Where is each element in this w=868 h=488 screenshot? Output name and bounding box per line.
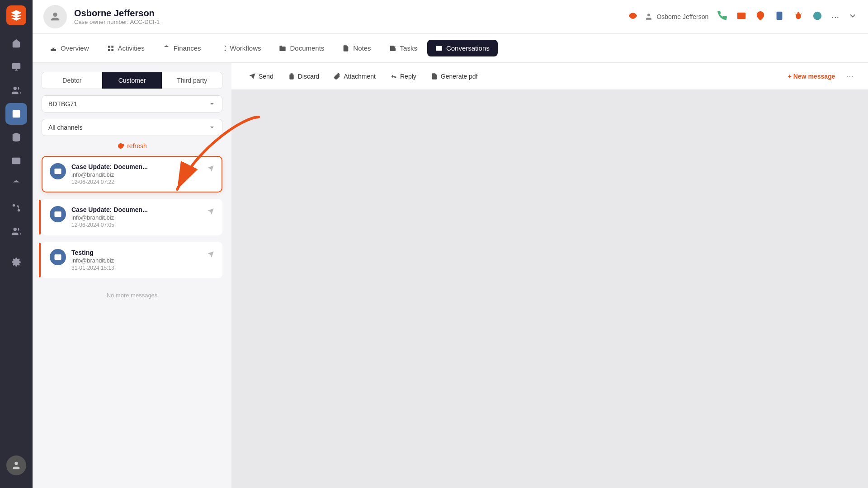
generate-pdf-button[interactable]: Generate pdf — [425, 69, 484, 84]
svg-rect-0 — [12, 63, 20, 69]
sidebar — [0, 0, 33, 488]
refresh-button[interactable]: refresh — [42, 142, 222, 150]
case-name: Osborne Jefferson — [74, 8, 618, 19]
svg-point-18 — [53, 13, 57, 17]
svg-point-13 — [13, 204, 15, 207]
message-title-1: Case Update: Documen... — [71, 163, 202, 170]
globe-icon[interactable] — [812, 11, 822, 23]
message-content-area — [231, 90, 868, 488]
message-from-3: info@brandit.biz — [71, 257, 202, 264]
svg-marker-11 — [13, 180, 20, 183]
message-title-3: Testing — [71, 249, 202, 256]
top-header: Osborne Jefferson Case owner number: ACC… — [33, 0, 868, 34]
svg-marker-36 — [164, 45, 169, 47]
svg-rect-30 — [108, 49, 110, 51]
svg-point-19 — [632, 15, 634, 17]
message-icon-3 — [50, 249, 66, 265]
message-item-3[interactable]: Testing info@brandit.biz 31-01-2024 15:1… — [42, 242, 222, 278]
sidebar-item-documents[interactable] — [5, 103, 27, 125]
svg-rect-22 — [777, 12, 783, 20]
header-actions: Osborne Jefferson ··· — [645, 11, 857, 23]
message-date-3: 31-01-2024 15:13 — [71, 265, 202, 271]
app-logo[interactable] — [6, 5, 26, 25]
message-send-icon-2[interactable] — [207, 208, 214, 217]
phone-icon[interactable] — [717, 11, 727, 23]
svg-rect-27 — [108, 46, 110, 48]
main-content: Osborne Jefferson Case owner number: ACC… — [33, 0, 868, 488]
tab-conversations[interactable]: Conversations — [427, 40, 498, 56]
bug-icon[interactable] — [793, 11, 803, 23]
message-send-icon-3[interactable] — [207, 251, 214, 260]
svg-marker-44 — [208, 251, 213, 257]
svg-line-37 — [220, 46, 225, 51]
sub-tab-third-party[interactable]: Third party — [162, 72, 222, 89]
no-more-messages: No more messages — [42, 285, 222, 306]
header-username: Osborne Jefferson — [645, 13, 708, 21]
message-icon-1 — [50, 163, 66, 179]
tab-notes[interactable]: Notes — [334, 40, 379, 56]
message-body-3: Testing info@brandit.biz 31-01-2024 15:1… — [71, 249, 202, 271]
svg-point-20 — [647, 14, 650, 16]
dropdown-account[interactable]: BDTBG71 — [42, 95, 222, 113]
sub-tab-customer[interactable]: Customer — [102, 72, 162, 89]
eye-icon[interactable] — [628, 11, 637, 22]
new-message-button[interactable]: + New message — [783, 69, 841, 84]
attachment-button[interactable]: Attachment — [327, 69, 382, 84]
sidebar-item-database[interactable] — [5, 127, 27, 148]
send-button[interactable]: Send — [242, 69, 280, 84]
tab-activities[interactable]: Activities — [99, 40, 153, 56]
discard-button[interactable]: Discard — [282, 69, 326, 84]
svg-point-12 — [18, 209, 20, 212]
message-from-2: info@brandit.biz — [71, 214, 202, 221]
sub-tab-debtor[interactable]: Debtor — [42, 72, 102, 89]
message-send-icon-1[interactable] — [207, 165, 214, 174]
case-number: Case owner number: ACC-DCI-1 — [74, 19, 618, 25]
sidebar-user-avatar[interactable] — [6, 448, 26, 483]
tab-workflows[interactable]: Workflows — [211, 40, 269, 56]
location-icon[interactable] — [755, 11, 765, 23]
tab-finances[interactable]: Finances — [155, 40, 209, 56]
sidebar-item-settings[interactable] — [5, 251, 27, 273]
svg-rect-28 — [111, 46, 113, 48]
dropdown-channels[interactable]: All channels — [42, 119, 222, 136]
svg-rect-29 — [111, 49, 113, 51]
right-panel: Send Discard Attachment Reply Generate p… — [231, 63, 868, 488]
message-from-1: info@brandit.biz — [71, 171, 202, 178]
case-info: Osborne Jefferson Case owner number: ACC… — [74, 8, 618, 25]
svg-rect-2 — [13, 110, 20, 118]
message-title-2: Case Update: Documen... — [71, 206, 202, 213]
message-toolbar: Send Discard Attachment Reply Generate p… — [231, 63, 868, 90]
sidebar-item-team[interactable] — [5, 221, 27, 242]
sidebar-item-contacts[interactable] — [5, 80, 27, 101]
email-icon[interactable] — [736, 11, 746, 23]
mobile-icon[interactable] — [774, 11, 784, 23]
message-item-1[interactable]: Case Update: Documen... info@brandit.biz… — [42, 156, 222, 192]
header-chevron-icon[interactable] — [848, 11, 857, 22]
sidebar-item-inbox[interactable] — [5, 56, 27, 78]
toolbar-more-icon[interactable]: ··· — [842, 67, 857, 85]
message-item-2[interactable]: Case Update: Documen... info@brandit.biz… — [42, 199, 222, 235]
left-panel: Debtor Customer Third party BDTBG71 All … — [33, 63, 231, 488]
svg-point-1 — [14, 87, 17, 90]
sidebar-item-home[interactable] — [5, 33, 27, 54]
svg-marker-46 — [249, 73, 255, 79]
case-avatar — [43, 5, 67, 28]
header-more-icon[interactable]: ··· — [831, 12, 839, 22]
tab-navigation: Overview Activities Finances Workflows D… — [33, 34, 868, 63]
sub-tabs: Debtor Customer Third party — [42, 72, 222, 89]
sidebar-item-git[interactable] — [5, 197, 27, 219]
sidebar-item-bank[interactable] — [5, 174, 27, 195]
content-wrapper: Debtor Customer Third party BDTBG71 All … — [33, 63, 868, 488]
tab-tasks[interactable]: Tasks — [381, 40, 425, 56]
svg-marker-40 — [208, 165, 213, 171]
svg-point-21 — [760, 14, 762, 16]
tab-overview[interactable]: Overview — [42, 40, 97, 56]
tab-documents[interactable]: Documents — [271, 40, 332, 56]
svg-point-17 — [14, 462, 18, 465]
svg-marker-42 — [208, 208, 213, 214]
message-date-1: 12-06-2024 07:22 — [71, 179, 202, 185]
sidebar-item-email[interactable] — [5, 150, 27, 172]
reply-button[interactable]: Reply — [384, 69, 423, 84]
message-date-2: 12-06-2024 07:05 — [71, 222, 202, 228]
message-icon-2 — [50, 206, 66, 222]
